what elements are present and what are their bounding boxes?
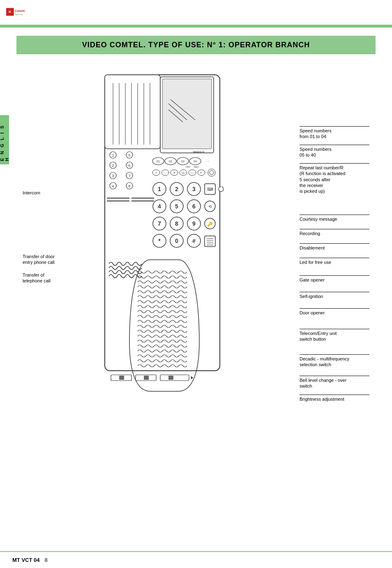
svg-point-73 — [219, 187, 224, 192]
svg-text:REC: REC — [194, 166, 199, 168]
label-recording: Recording — [300, 229, 369, 236]
svg-text:01: 01 — [157, 160, 160, 163]
svg-text:✕: ✕ — [8, 10, 12, 14]
svg-text:□·: □· — [191, 171, 194, 174]
svg-text:1: 1 — [158, 186, 161, 192]
svg-text:Comelit: Comelit — [15, 9, 25, 12]
svg-text:8: 8 — [175, 220, 178, 227]
label-intercom: Intercom — [23, 190, 40, 196]
label-courtesy: Courtesy message — [300, 215, 369, 222]
svg-text:8: 8 — [128, 184, 130, 188]
svg-text:OFF: OFF — [186, 166, 191, 168]
svg-rect-106 — [168, 376, 173, 380]
label-repeat-last: Repeat last number/R(R function is activ… — [300, 163, 369, 194]
svg-text:03: 03 — [181, 160, 184, 163]
label-disablement: Disablement — [300, 243, 369, 251]
svg-text:~: ~ — [164, 171, 166, 174]
header: ✕ Comelit ® GROUP S.P.A. — [0, 0, 392, 26]
side-tab-english: E N G L I S H — [0, 115, 9, 164]
svg-text:*: * — [158, 238, 161, 244]
label-brightness: Brightness adjustment — [300, 395, 369, 402]
svg-text:04: 04 — [194, 160, 197, 163]
svg-text:#: # — [192, 238, 196, 244]
label-telecom-switch: Telecom/Entry unitswitch button — [300, 329, 369, 342]
comelit-logo: ✕ Comelit ® GROUP S.P.A. — [6, 4, 27, 21]
svg-rect-15 — [162, 79, 212, 149]
label-led-free: Led for free use — [300, 258, 369, 265]
label-transfer-tel: Transfer oftelephone call — [23, 272, 51, 284]
svg-text:☀: ☀ — [173, 171, 175, 174]
svg-rect-104 — [144, 376, 149, 380]
svg-text:GROUP S.P.A.: GROUP S.P.A. — [15, 14, 23, 16]
svg-text:🔑: 🔑 — [207, 221, 213, 227]
svg-text:0: 0 — [175, 238, 178, 244]
svg-point-63 — [208, 169, 215, 176]
svg-text:1: 1 — [112, 153, 114, 157]
label-transfer-door: Transfer of doorentry phone call — [23, 254, 55, 266]
svg-text:2: 2 — [175, 186, 178, 192]
label-gate-opener: Gate opener — [300, 275, 369, 283]
svg-text:4: 4 — [112, 184, 114, 188]
svg-text:3: 3 — [192, 186, 196, 192]
svg-rect-102 — [119, 376, 124, 380]
title-bar: VIDEO COMTEL. TYPE OF USE: N° 1: OPERATO… — [16, 36, 376, 54]
svg-text:4: 4 — [158, 203, 161, 210]
device-diagram: 1 5 2 6 3 7 4 8 — [62, 62, 288, 432]
svg-text:7: 7 — [158, 220, 161, 227]
svg-text:⌨: ⌨ — [207, 187, 213, 192]
svg-text:↶: ↶ — [200, 171, 203, 174]
footer-model: MT VCT 04 — [12, 557, 39, 563]
label-self-ignition: Self-ignition — [300, 292, 369, 299]
label-door-opener: Door opener — [300, 308, 369, 316]
svg-text:7: 7 — [128, 174, 130, 178]
svg-text:3: 3 — [112, 174, 114, 178]
svg-text:9: 9 — [192, 220, 196, 227]
svg-text:⟲: ⟲ — [208, 204, 212, 209]
svg-text:5: 5 — [175, 203, 178, 210]
label-decadic: Decadic - multifrequencyselection switch — [300, 354, 369, 368]
svg-text:5: 5 — [128, 153, 130, 157]
svg-text:RP/HOLD: RP/HOLD — [193, 151, 205, 153]
label-speed-05-40: Speed numbers05 to 40 — [300, 145, 369, 158]
svg-text:02: 02 — [169, 160, 172, 163]
svg-rect-105 — [160, 375, 189, 381]
label-bell-level: Bell level change - overswitch — [300, 376, 369, 389]
label-speed-01-04: Speed numbersfrom 01 to 04 — [300, 126, 369, 140]
svg-text:⊡: ⊡ — [182, 171, 184, 174]
svg-text:···: ··· — [207, 159, 210, 163]
footer-page: 8 — [44, 557, 47, 563]
svg-text:6: 6 — [192, 203, 196, 210]
svg-text:2: 2 — [112, 164, 114, 168]
svg-text:6: 6 — [128, 164, 130, 168]
svg-text:✓: ✓ — [155, 171, 158, 175]
page-title: VIDEO COMTEL. TYPE OF USE: N° 1: OPERATO… — [25, 41, 367, 49]
logo-area: ✕ Comelit ® GROUP S.P.A. — [6, 4, 27, 21]
